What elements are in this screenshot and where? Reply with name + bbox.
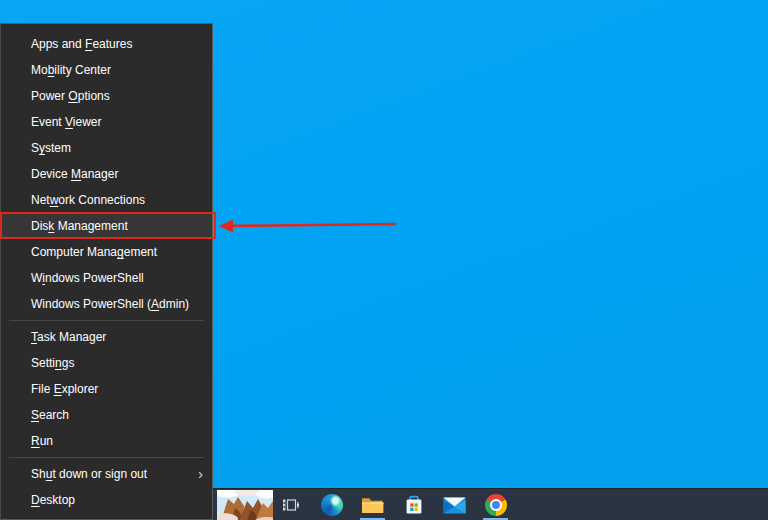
menu-item-search[interactable]: Search	[1, 402, 212, 428]
menu-item-label: File Explorer	[31, 382, 98, 396]
menu-item-label: Disk Management	[31, 219, 128, 233]
menu-item-label: Settings	[31, 356, 74, 370]
menu-item-label: Apps and Features	[31, 37, 132, 51]
annotation-arrow	[214, 213, 402, 237]
file-explorer-icon	[361, 496, 384, 514]
menu-item-computer-management[interactable]: Computer Management	[1, 239, 212, 265]
menu-item-label: Power Options	[31, 89, 110, 103]
menu-item-power-options[interactable]: Power Options	[1, 83, 212, 109]
menu-item-label: Event Viewer	[31, 115, 102, 129]
task-view-button[interactable]	[270, 489, 311, 520]
menu-item-run[interactable]: Run	[1, 428, 212, 454]
menu-item-network-connections[interactable]: Network Connections	[1, 187, 212, 213]
menu-separator	[9, 320, 204, 321]
file-explorer-button[interactable]	[352, 489, 393, 520]
menu-item-desktop[interactable]: Desktop	[1, 487, 212, 513]
menu-item-apps-and-features[interactable]: Apps and Features	[1, 31, 212, 57]
microsoft-edge-icon	[321, 494, 343, 516]
menu-item-label: Run	[31, 434, 53, 448]
canyon-artwork-image	[217, 490, 273, 520]
menu-item-label: Task Manager	[31, 330, 106, 344]
menu-item-mobility-center[interactable]: Mobility Center	[1, 57, 212, 83]
search-highlight-thumbnail[interactable]	[217, 490, 273, 520]
menu-item-system[interactable]: System	[1, 135, 212, 161]
menu-item-file-explorer[interactable]: File Explorer	[1, 376, 212, 402]
menu-separator	[9, 457, 204, 458]
menu-item-shut-down-or-sign-out[interactable]: Shut down or sign out ›	[1, 461, 212, 487]
menu-item-label: Search	[31, 408, 69, 422]
winx-context-menu: Apps and Features Mobility Center Power …	[0, 23, 213, 520]
chrome-button[interactable]	[475, 489, 516, 520]
menu-item-label: Network Connections	[31, 193, 145, 207]
menu-item-label: Computer Management	[31, 245, 157, 259]
menu-item-event-viewer[interactable]: Event Viewer	[1, 109, 212, 135]
edge-button[interactable]	[311, 489, 352, 520]
desktop: Apps and Features Mobility Center Power …	[0, 0, 768, 520]
menu-item-settings[interactable]: Settings	[1, 350, 212, 376]
menu-item-disk-management[interactable]: Disk Management	[1, 213, 212, 239]
menu-item-task-manager[interactable]: Task Manager	[1, 324, 212, 350]
menu-item-label: Windows PowerShell (Admin)	[31, 297, 189, 311]
mail-button[interactable]	[434, 489, 475, 520]
menu-item-windows-powershell[interactable]: Windows PowerShell	[1, 265, 212, 291]
menu-item-windows-powershell-admin[interactable]: Windows PowerShell (Admin)	[1, 291, 212, 317]
menu-item-label: System	[31, 141, 71, 155]
menu-item-label: Shut down or sign out	[31, 467, 147, 481]
task-view-icon	[281, 496, 300, 514]
microsoft-store-button[interactable]	[393, 489, 434, 520]
submenu-chevron-icon: ›	[198, 461, 203, 486]
menu-item-device-manager[interactable]: Device Manager	[1, 161, 212, 187]
mail-icon	[443, 497, 466, 514]
menu-item-label: Windows PowerShell	[31, 271, 144, 285]
menu-item-label: Mobility Center	[31, 63, 111, 77]
taskbar-icon-row	[270, 489, 516, 520]
microsoft-store-icon	[404, 495, 424, 516]
menu-item-label: Desktop	[31, 493, 75, 507]
menu-item-label: Device Manager	[31, 167, 118, 181]
google-chrome-icon	[485, 494, 507, 516]
